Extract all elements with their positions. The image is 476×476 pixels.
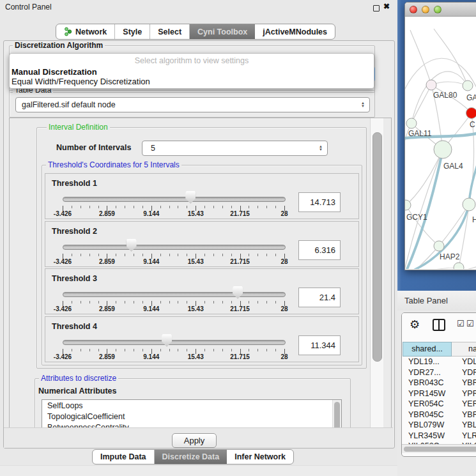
gear-icon[interactable]: ⚙ (410, 318, 420, 332)
threshold-label: Threshold 2 (52, 227, 97, 236)
table-row[interactable]: YER054CYER0 (403, 399, 476, 410)
tick-label: 9.144 (137, 258, 165, 265)
tab-jactivemnodules[interactable]: jActiveMNodules (255, 24, 335, 39)
node-label: GAL4 (443, 162, 463, 171)
tick-label: 15.43 (181, 210, 210, 217)
checkbox-icon[interactable]: ☑ (466, 319, 474, 328)
column-header-name[interactable]: na (452, 342, 476, 357)
threshold-value-field[interactable]: 21.4 (298, 288, 341, 307)
apply-button[interactable]: Apply (172, 433, 217, 448)
network-node[interactable] (463, 81, 473, 91)
hscrollbar-thumb[interactable] (404, 447, 476, 452)
threshold-row: Threshold 4-3.4262.8599.14415.4321.71528… (45, 316, 359, 362)
network-edge (434, 29, 468, 86)
table-data-combobox[interactable]: galFiltered.sif default node ▲▼ (15, 97, 370, 112)
spinner-icon[interactable]: ▲▼ (361, 102, 365, 108)
tab-select[interactable]: Select (150, 24, 190, 39)
network-node[interactable] (406, 118, 417, 128)
network-edge (431, 82, 468, 86)
network-edge (439, 204, 469, 246)
slider-thumb[interactable] (127, 239, 137, 252)
list-item[interactable]: SelfLoops (42, 400, 341, 411)
algorithm-dropdown: Select algorithm to view settings Manual… (9, 53, 374, 89)
network-node[interactable] (454, 263, 464, 269)
close-traffic-light-icon[interactable] (410, 6, 417, 13)
slider-thumb[interactable] (185, 191, 196, 204)
threshold-value-field[interactable]: 6.316 (298, 240, 341, 260)
dropdown-item[interactable]: Equal Width/Frequency Discretization (12, 77, 150, 86)
table-row[interactable]: YDL19...YDL1 (403, 357, 476, 368)
tick-label: 21.715 (226, 305, 254, 312)
tick-label: 21.715 (226, 353, 254, 360)
tab-label: Select (158, 27, 181, 36)
columns-icon[interactable] (433, 319, 445, 331)
network-node[interactable] (434, 141, 452, 158)
table-hscrollbar[interactable] (402, 444, 476, 453)
table-row[interactable]: YBL079WYBL0 (403, 420, 476, 431)
checkbox-icon[interactable]: ☑ (457, 319, 464, 328)
table-row[interactable]: YPR145WYPR1 (403, 389, 476, 400)
float-icon[interactable] (373, 5, 380, 12)
tick-label: 15.43 (181, 258, 210, 265)
cyni-toolbox-panel: Discretization Algorithm Select algorith… (3, 40, 395, 449)
tab-impute-data[interactable]: Impute Data (93, 450, 155, 464)
tick-label: 28 (270, 258, 298, 265)
num-intervals-label: Number of Intervals (56, 143, 131, 152)
tab-discretize-data[interactable]: Discretize Data (155, 450, 227, 464)
slider-thumb[interactable] (233, 286, 243, 299)
slider-thumb[interactable] (162, 334, 172, 347)
cell-name: YER0 (456, 399, 476, 410)
tick-label: 15.43 (181, 353, 210, 360)
table-header-row: shared... na (403, 342, 476, 357)
list-item[interactable]: TopologicalCoefficient (42, 411, 341, 422)
tab-infer-network[interactable]: Infer Network (227, 450, 293, 464)
cyni-mode-tabbar: Impute DataDiscretize DataInfer Network (92, 449, 294, 464)
cell-name: YDR2 (456, 368, 476, 379)
tab-label: Style (123, 27, 142, 36)
tab-network[interactable]: Network (56, 24, 115, 39)
table-row[interactable]: YBR043CYBR0 (403, 378, 476, 389)
threshold-row: Threshold 3-3.4262.8599.14415.4321.71528… (45, 268, 359, 314)
panel-scrollbar[interactable] (370, 118, 383, 428)
slider-track[interactable] (63, 245, 286, 250)
network-node[interactable] (426, 80, 436, 90)
slider-track[interactable] (63, 292, 286, 297)
zoom-traffic-light-icon[interactable] (434, 6, 441, 13)
slider-track[interactable] (63, 340, 286, 345)
interval-definition-group: Interval Definition Number of Intervals … (36, 127, 367, 369)
tick-label: 2.859 (93, 305, 121, 312)
minimize-traffic-light-icon[interactable] (422, 6, 429, 13)
attributes-group-title: Attributes to discretize (39, 374, 118, 383)
close-icon[interactable]: ✖ (383, 2, 390, 11)
cell-name: YLR3 (456, 431, 476, 442)
threshold-value-field[interactable]: 14.713 (298, 192, 341, 212)
dropdown-item[interactable]: Manual Discretization (12, 67, 97, 77)
node-label: GAL80 (433, 91, 457, 100)
thresholds-group: Threshold's Coordinates for 5 Intervals … (42, 165, 362, 365)
scrollbar-thumb[interactable] (372, 132, 382, 362)
num-intervals-combobox[interactable]: 5 ▲▼ (142, 141, 328, 156)
network-node[interactable] (466, 108, 476, 119)
threshold-value-field[interactable]: 11.344 (298, 335, 341, 355)
tick-label: 9.144 (137, 353, 165, 360)
spinner-icon[interactable]: ▲▼ (319, 145, 323, 151)
network-canvas[interactable]: GAL80GACGAL11GAL4GCY1HHAP2 (405, 17, 476, 269)
table-row[interactable]: YDR27...YDR2 (403, 368, 476, 379)
list-scrollbar[interactable] (332, 400, 341, 429)
slider-track[interactable] (63, 197, 286, 202)
cell-shared-name: YDL19... (403, 357, 456, 368)
tab-cyni-toolbox[interactable]: Cyni Toolbox (190, 24, 255, 39)
tab-style[interactable]: Style (115, 24, 150, 39)
num-intervals-value: 5 (142, 144, 319, 153)
cell-name: YBR0 (456, 410, 476, 421)
network-window[interactable]: GAL80GACGAL11GAL4GCY1HHAP2 (404, 2, 476, 270)
attributes-listbox[interactable]: SelfLoopsTopologicalCoefficientBetweenne… (42, 399, 342, 429)
table-row[interactable]: YBR045CYBR0 (403, 410, 476, 421)
network-node[interactable] (463, 198, 475, 211)
status-strip (0, 465, 397, 476)
tick-label: 2.859 (93, 210, 121, 217)
table-window: ⚙ ☑ ☑ shared... na YDL19...YDL1YDR27...Y… (401, 312, 476, 457)
column-header-shared[interactable]: shared... (403, 342, 452, 357)
table-row[interactable]: YLR345WYLR3 (403, 431, 476, 442)
network-node[interactable] (434, 241, 444, 251)
